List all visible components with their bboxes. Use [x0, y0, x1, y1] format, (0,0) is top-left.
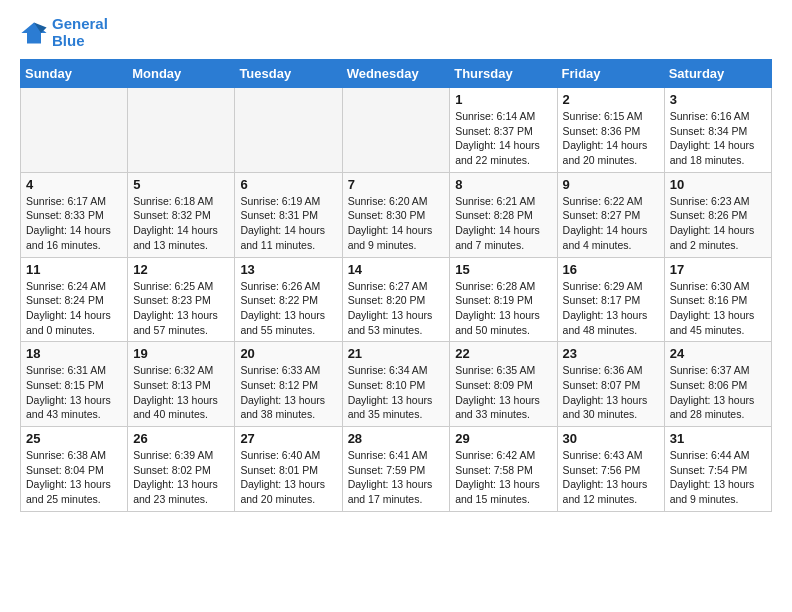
day-number: 9 [563, 177, 659, 192]
day-number: 20 [240, 346, 336, 361]
svg-marker-0 [21, 22, 46, 43]
calendar-week-row: 25Sunrise: 6:38 AM Sunset: 8:04 PM Dayli… [21, 427, 772, 512]
day-info: Sunrise: 6:22 AM Sunset: 8:27 PM Dayligh… [563, 194, 659, 253]
day-number: 6 [240, 177, 336, 192]
calendar-cell [21, 88, 128, 173]
calendar-cell: 9Sunrise: 6:22 AM Sunset: 8:27 PM Daylig… [557, 172, 664, 257]
weekday-header: Tuesday [235, 60, 342, 88]
calendar-header-row: SundayMondayTuesdayWednesdayThursdayFrid… [21, 60, 772, 88]
day-info: Sunrise: 6:42 AM Sunset: 7:58 PM Dayligh… [455, 448, 551, 507]
calendar-cell [128, 88, 235, 173]
day-number: 23 [563, 346, 659, 361]
day-info: Sunrise: 6:37 AM Sunset: 8:06 PM Dayligh… [670, 363, 766, 422]
logo: General Blue [20, 16, 108, 49]
calendar-cell: 14Sunrise: 6:27 AM Sunset: 8:20 PM Dayli… [342, 257, 450, 342]
calendar-cell: 26Sunrise: 6:39 AM Sunset: 8:02 PM Dayli… [128, 427, 235, 512]
calendar-cell: 19Sunrise: 6:32 AM Sunset: 8:13 PM Dayli… [128, 342, 235, 427]
calendar-cell: 10Sunrise: 6:23 AM Sunset: 8:26 PM Dayli… [664, 172, 771, 257]
day-info: Sunrise: 6:20 AM Sunset: 8:30 PM Dayligh… [348, 194, 445, 253]
day-number: 26 [133, 431, 229, 446]
day-number: 7 [348, 177, 445, 192]
day-number: 14 [348, 262, 445, 277]
calendar-cell: 20Sunrise: 6:33 AM Sunset: 8:12 PM Dayli… [235, 342, 342, 427]
header: General Blue [20, 16, 772, 49]
calendar-week-row: 11Sunrise: 6:24 AM Sunset: 8:24 PM Dayli… [21, 257, 772, 342]
day-info: Sunrise: 6:23 AM Sunset: 8:26 PM Dayligh… [670, 194, 766, 253]
day-info: Sunrise: 6:26 AM Sunset: 8:22 PM Dayligh… [240, 279, 336, 338]
day-number: 8 [455, 177, 551, 192]
day-info: Sunrise: 6:38 AM Sunset: 8:04 PM Dayligh… [26, 448, 122, 507]
day-info: Sunrise: 6:39 AM Sunset: 8:02 PM Dayligh… [133, 448, 229, 507]
weekday-header: Saturday [664, 60, 771, 88]
calendar: SundayMondayTuesdayWednesdayThursdayFrid… [20, 59, 772, 512]
day-info: Sunrise: 6:14 AM Sunset: 8:37 PM Dayligh… [455, 109, 551, 168]
calendar-cell: 3Sunrise: 6:16 AM Sunset: 8:34 PM Daylig… [664, 88, 771, 173]
calendar-week-row: 18Sunrise: 6:31 AM Sunset: 8:15 PM Dayli… [21, 342, 772, 427]
day-number: 30 [563, 431, 659, 446]
calendar-cell: 11Sunrise: 6:24 AM Sunset: 8:24 PM Dayli… [21, 257, 128, 342]
calendar-cell: 31Sunrise: 6:44 AM Sunset: 7:54 PM Dayli… [664, 427, 771, 512]
calendar-cell: 5Sunrise: 6:18 AM Sunset: 8:32 PM Daylig… [128, 172, 235, 257]
day-info: Sunrise: 6:40 AM Sunset: 8:01 PM Dayligh… [240, 448, 336, 507]
calendar-cell: 28Sunrise: 6:41 AM Sunset: 7:59 PM Dayli… [342, 427, 450, 512]
day-number: 22 [455, 346, 551, 361]
day-info: Sunrise: 6:25 AM Sunset: 8:23 PM Dayligh… [133, 279, 229, 338]
day-number: 2 [563, 92, 659, 107]
calendar-cell: 7Sunrise: 6:20 AM Sunset: 8:30 PM Daylig… [342, 172, 450, 257]
day-number: 19 [133, 346, 229, 361]
day-info: Sunrise: 6:29 AM Sunset: 8:17 PM Dayligh… [563, 279, 659, 338]
day-number: 16 [563, 262, 659, 277]
day-info: Sunrise: 6:43 AM Sunset: 7:56 PM Dayligh… [563, 448, 659, 507]
calendar-cell: 8Sunrise: 6:21 AM Sunset: 8:28 PM Daylig… [450, 172, 557, 257]
day-info: Sunrise: 6:18 AM Sunset: 8:32 PM Dayligh… [133, 194, 229, 253]
day-number: 27 [240, 431, 336, 446]
calendar-cell: 15Sunrise: 6:28 AM Sunset: 8:19 PM Dayli… [450, 257, 557, 342]
day-info: Sunrise: 6:44 AM Sunset: 7:54 PM Dayligh… [670, 448, 766, 507]
day-info: Sunrise: 6:16 AM Sunset: 8:34 PM Dayligh… [670, 109, 766, 168]
calendar-cell: 21Sunrise: 6:34 AM Sunset: 8:10 PM Dayli… [342, 342, 450, 427]
day-info: Sunrise: 6:24 AM Sunset: 8:24 PM Dayligh… [26, 279, 122, 338]
logo-icon [20, 19, 48, 47]
day-info: Sunrise: 6:41 AM Sunset: 7:59 PM Dayligh… [348, 448, 445, 507]
day-info: Sunrise: 6:28 AM Sunset: 8:19 PM Dayligh… [455, 279, 551, 338]
day-info: Sunrise: 6:35 AM Sunset: 8:09 PM Dayligh… [455, 363, 551, 422]
weekday-header: Sunday [21, 60, 128, 88]
day-info: Sunrise: 6:15 AM Sunset: 8:36 PM Dayligh… [563, 109, 659, 168]
calendar-cell: 29Sunrise: 6:42 AM Sunset: 7:58 PM Dayli… [450, 427, 557, 512]
day-number: 10 [670, 177, 766, 192]
day-info: Sunrise: 6:31 AM Sunset: 8:15 PM Dayligh… [26, 363, 122, 422]
day-info: Sunrise: 6:17 AM Sunset: 8:33 PM Dayligh… [26, 194, 122, 253]
calendar-cell: 12Sunrise: 6:25 AM Sunset: 8:23 PM Dayli… [128, 257, 235, 342]
day-info: Sunrise: 6:19 AM Sunset: 8:31 PM Dayligh… [240, 194, 336, 253]
day-info: Sunrise: 6:33 AM Sunset: 8:12 PM Dayligh… [240, 363, 336, 422]
calendar-cell [342, 88, 450, 173]
day-number: 13 [240, 262, 336, 277]
weekday-header: Thursday [450, 60, 557, 88]
day-info: Sunrise: 6:34 AM Sunset: 8:10 PM Dayligh… [348, 363, 445, 422]
day-number: 12 [133, 262, 229, 277]
calendar-cell: 18Sunrise: 6:31 AM Sunset: 8:15 PM Dayli… [21, 342, 128, 427]
day-info: Sunrise: 6:32 AM Sunset: 8:13 PM Dayligh… [133, 363, 229, 422]
weekday-header: Monday [128, 60, 235, 88]
day-number: 4 [26, 177, 122, 192]
day-info: Sunrise: 6:30 AM Sunset: 8:16 PM Dayligh… [670, 279, 766, 338]
weekday-header: Wednesday [342, 60, 450, 88]
day-number: 21 [348, 346, 445, 361]
calendar-cell: 25Sunrise: 6:38 AM Sunset: 8:04 PM Dayli… [21, 427, 128, 512]
day-number: 24 [670, 346, 766, 361]
day-number: 5 [133, 177, 229, 192]
day-number: 1 [455, 92, 551, 107]
day-number: 11 [26, 262, 122, 277]
day-info: Sunrise: 6:27 AM Sunset: 8:20 PM Dayligh… [348, 279, 445, 338]
calendar-cell [235, 88, 342, 173]
calendar-week-row: 1Sunrise: 6:14 AM Sunset: 8:37 PM Daylig… [21, 88, 772, 173]
day-number: 29 [455, 431, 551, 446]
calendar-cell: 4Sunrise: 6:17 AM Sunset: 8:33 PM Daylig… [21, 172, 128, 257]
weekday-header: Friday [557, 60, 664, 88]
day-number: 17 [670, 262, 766, 277]
calendar-week-row: 4Sunrise: 6:17 AM Sunset: 8:33 PM Daylig… [21, 172, 772, 257]
day-number: 25 [26, 431, 122, 446]
calendar-cell: 23Sunrise: 6:36 AM Sunset: 8:07 PM Dayli… [557, 342, 664, 427]
calendar-cell: 17Sunrise: 6:30 AM Sunset: 8:16 PM Dayli… [664, 257, 771, 342]
day-number: 31 [670, 431, 766, 446]
